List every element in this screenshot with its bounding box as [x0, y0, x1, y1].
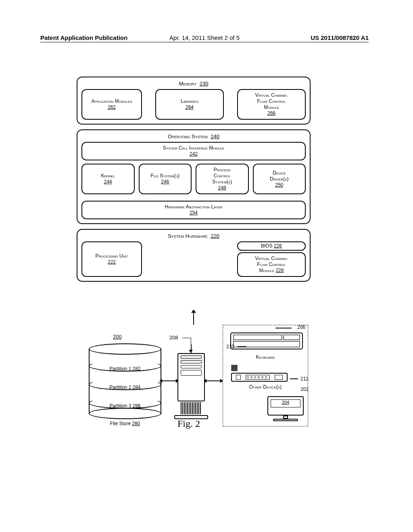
fs-label: File System(s): [141, 173, 190, 179]
diagram-main: Memory 230 Application Modules 262 Libra…: [77, 77, 311, 282]
libraries-block: Libraries 264: [155, 89, 224, 120]
pcs-l1: Process: [198, 167, 246, 173]
processing-unit-block: Processing Unit 222: [81, 241, 142, 277]
partition-2: Partition 2284: [89, 384, 161, 390]
os-ref: 240: [211, 133, 219, 139]
header-right: US 2011/0087820 A1: [311, 34, 369, 41]
bios-ref: 226: [274, 243, 282, 249]
fs-ref: 246: [141, 179, 190, 185]
arrow-up-icon: [191, 310, 196, 313]
libraries-label: Libraries: [158, 98, 221, 104]
header-center: Apr. 14, 2011 Sheet 2 of 5: [169, 34, 240, 41]
os-title-text: Operating System: [168, 133, 208, 139]
file-system-block: File System(s) 246: [139, 164, 192, 194]
hw-title: System Hardware 220: [81, 233, 306, 239]
pcs-l3: System(s): [198, 179, 246, 185]
page-header: Patent Application Publication Apr. 14, …: [40, 34, 369, 42]
vcfm-hw-l2: Flow Control: [240, 262, 303, 268]
hardware-box: System Hardware 220 Processing Unit 222 …: [77, 229, 311, 282]
file-store-caption: File Store280: [89, 421, 161, 426]
ref-212: 212: [300, 376, 309, 382]
dd-ref: 250: [255, 182, 304, 188]
vcfm-mem-l2: Flow Control: [240, 98, 303, 104]
dd-l1: Device: [255, 170, 304, 176]
pcs-l2: Control: [198, 173, 246, 179]
kernel-block: Kernel 244: [81, 164, 135, 194]
figure-label: Fig. 2: [177, 418, 200, 429]
kernel-label: Kernel: [84, 173, 132, 179]
sci-block: System Call Interface Module 242: [81, 142, 306, 160]
ref-202: 202: [300, 387, 309, 392]
pcs-ref: 248: [198, 185, 246, 191]
ref-210: 210: [226, 344, 234, 349]
keyboard-label: Keyboard: [223, 354, 308, 360]
header-left: Patent Application Publication: [40, 34, 127, 41]
hal-label: Hardware Abstraction Layer: [84, 204, 303, 210]
hal-block: Hardware Abstraction Layer 254: [81, 201, 306, 219]
monitor-icon: 204: [267, 396, 304, 423]
partition-3: Partition 3286: [89, 403, 161, 409]
computer-tower-icon: [177, 353, 205, 419]
memory-title-text: Memory: [179, 81, 197, 87]
memory-box: Memory 230 Application Modules 262 Libra…: [77, 77, 311, 125]
hal-ref: 254: [84, 210, 303, 216]
lead-212: [290, 378, 298, 379]
memory-title: Memory 230: [81, 81, 306, 87]
connector-left-icon: [162, 380, 176, 381]
device-chip-icon: [231, 365, 238, 371]
vcfm-hw-l3: Module: [259, 268, 275, 273]
memory-ref: 230: [200, 81, 209, 87]
device-driver-block: Device Driver(s) 250: [253, 164, 306, 194]
vcfm-memory-block: Virtual Channel Flow Control Module 266: [237, 89, 306, 120]
pu-label: Processing Unit: [84, 253, 140, 259]
peripherals-box: 206 210 Keyboard 000000 Other Device(s) …: [223, 325, 308, 426]
hw-ref: 220: [211, 233, 219, 239]
libraries-ref: 264: [158, 104, 221, 110]
connector-right-icon: [206, 380, 220, 381]
vcfm-hw-block: Virtual Channel Flow Control Module 228: [237, 252, 306, 277]
application-modules-block: Application Modules 262: [81, 89, 142, 120]
vcfm-mem-ref: 266: [240, 110, 303, 116]
ref-200: 200: [113, 334, 122, 340]
hw-title-text: System Hardware: [168, 233, 207, 239]
device-bus-icon: 000000: [231, 373, 288, 382]
ref-208: 208: [169, 335, 178, 341]
app-modules-ref: 262: [84, 104, 140, 110]
vcfm-hw-ref: 228: [275, 268, 284, 273]
partition-1: Partition 1282: [89, 366, 161, 372]
lead-206: [275, 328, 292, 328]
other-devices-label: Other Device(s): [223, 384, 308, 390]
file-store-cylinder: Partition 1282 Partition 2284 Partition …: [89, 343, 161, 419]
kernel-ref: 244: [84, 179, 132, 185]
vcfm-mem-l1: Virtual Channel: [240, 92, 303, 98]
vcfm-hw-l1: Virtual Channel: [240, 256, 303, 262]
lead-208: [182, 338, 191, 351]
sci-ref: 242: [84, 151, 303, 157]
bios-stack: BIOS 226 Virtual Channel Flow Control Mo…: [237, 241, 306, 277]
monitor-ref: 204: [271, 399, 300, 407]
pu-ref: 222: [84, 259, 140, 265]
process-control-block: Process Control System(s) 248: [196, 164, 249, 194]
sci-label: System Call Interface Module: [84, 145, 303, 151]
bios-label: BIOS: [261, 243, 273, 249]
bios-block: BIOS 226: [237, 241, 306, 251]
dd-l2: Driver(s): [255, 176, 304, 182]
os-box: Operating System 240 System Call Interfa…: [77, 129, 311, 224]
ref-206: 206: [297, 324, 305, 330]
os-title: Operating System 240: [81, 133, 306, 139]
app-modules-label: Application Modules: [84, 98, 140, 104]
lead-210: [238, 346, 246, 347]
vcfm-mem-l3: Module: [240, 104, 303, 110]
bottom-section: 200 208 Partition 1282 Partition 2284 Pa…: [77, 325, 311, 430]
svg-rect-4: [232, 365, 237, 371]
